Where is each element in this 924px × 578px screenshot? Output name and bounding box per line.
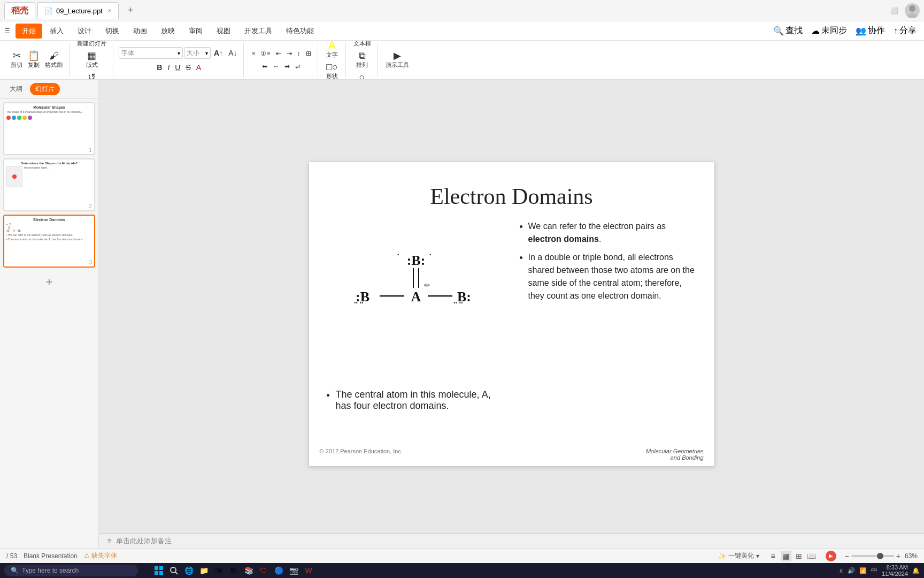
indent-increase-btn[interactable]: ⇥ xyxy=(284,49,294,58)
slide-thumb-2[interactable]: Determines the Shape of a Molecule? elec… xyxy=(3,158,95,211)
footer-right: Molecular Geometries and Bonding xyxy=(646,448,704,461)
tab-transition[interactable]: 切换 xyxy=(99,23,126,39)
share-btn[interactable]: ↑ 分享 xyxy=(890,24,920,38)
zoom-control: − + 63% xyxy=(845,552,918,560)
search-toolbar-btn[interactable]: 🔍 查找 xyxy=(770,24,806,38)
format-painter-btn[interactable]: 🖌 格式刷 xyxy=(43,50,65,70)
layout-btn[interactable]: ▦ 版式 xyxy=(84,50,100,70)
sync-icon: ☁ xyxy=(811,26,820,36)
app-icon: 稻壳 xyxy=(11,5,28,17)
ppt-tools-group: ▶ 演示工具 xyxy=(379,43,415,77)
tab-slideshow[interactable]: 放映 xyxy=(155,23,181,39)
doc-tab[interactable]: 📄 09_Lecture.ppt × xyxy=(37,2,119,19)
reading-view-btn[interactable]: 📖 xyxy=(806,551,817,561)
taskbar-lang-icon[interactable]: 中 xyxy=(871,566,877,575)
line-spacing-btn[interactable]: ↕ xyxy=(295,49,303,58)
taskbar-chevron-icon[interactable]: ∧ xyxy=(839,567,843,574)
slide-thumb-3[interactable]: Electron Domains • :B: || :B—A—B: • We c… xyxy=(3,215,95,268)
numbering-btn[interactable]: ①≡ xyxy=(258,49,272,58)
taskbar-mail-btn[interactable]: ✉ xyxy=(228,565,240,576)
taskbar-chrome-btn[interactable]: 🔵 xyxy=(273,565,284,576)
add-slide-btn[interactable]: + xyxy=(0,271,98,293)
tab-view[interactable]: 视图 xyxy=(210,23,237,39)
tab-start[interactable]: 开始 xyxy=(16,24,42,39)
font-increase-btn[interactable]: A↑ xyxy=(212,48,225,58)
underline-btn[interactable]: U xyxy=(173,62,182,73)
taskbar-app7-btn[interactable]: 🛡 xyxy=(258,565,270,576)
slides-tab[interactable]: 幻灯片 xyxy=(30,83,60,95)
bold-btn[interactable]: B xyxy=(155,62,164,73)
tab-special[interactable]: 特色功能 xyxy=(280,23,320,39)
taskbar-volume-icon[interactable]: 🔊 xyxy=(848,567,855,574)
copy-btn[interactable]: 📋 复制 xyxy=(26,50,42,70)
font-name-selector[interactable]: 字体 ▾ xyxy=(119,47,183,59)
align-left-btn[interactable]: ⬅ xyxy=(260,62,270,71)
slide-content: :B: :B A B: xyxy=(309,209,714,454)
bullets-btn[interactable]: ≡ xyxy=(249,49,257,58)
indent-decrease-btn[interactable]: ⇤ xyxy=(274,49,283,58)
tab-design[interactable]: 设计 xyxy=(71,23,98,39)
taskbar-windows-btn[interactable] xyxy=(153,565,165,576)
taskbar-search-btn[interactable] xyxy=(168,565,180,576)
font-decrease-btn[interactable]: A↓ xyxy=(226,48,239,58)
app-tab[interactable]: 稻壳 xyxy=(4,2,35,19)
taskbar-edge-btn[interactable]: 🌐 xyxy=(183,565,195,576)
tab-review[interactable]: 审阅 xyxy=(182,23,209,39)
taskbar-date: 11/4/2024 xyxy=(882,571,908,577)
reset-btn[interactable]: ↺ 重置 xyxy=(84,71,100,79)
slide-thumb-1[interactable]: Molecular Shapes The shape of a molecule… xyxy=(3,102,95,155)
text-box-btn[interactable]: T 文本框 xyxy=(351,41,373,49)
tab-animation[interactable]: 动画 xyxy=(127,23,153,39)
presentation-name: Blank Presentation xyxy=(24,552,78,560)
user-avatar[interactable] xyxy=(905,3,920,18)
italic-btn[interactable]: I xyxy=(165,62,172,73)
taskbar-zoom-btn[interactable]: 📷 xyxy=(288,565,299,576)
restore-btn[interactable]: ⬜ xyxy=(888,4,900,17)
font-size-selector[interactable]: 大小 ▾ xyxy=(184,47,211,59)
beautify-btn[interactable]: ✨ 一键美化 ▾ xyxy=(718,551,759,560)
zoom-slider[interactable] xyxy=(851,555,894,557)
cut-btn[interactable]: ✂ 剪切 xyxy=(9,50,25,70)
strikethrough-btn[interactable]: S xyxy=(183,62,192,73)
svg-line-20 xyxy=(175,572,178,574)
outline-tab[interactable]: 大纲 xyxy=(4,83,28,95)
add-tab-btn[interactable]: + xyxy=(123,3,138,18)
arrange-btn[interactable]: ⧉ 排列 xyxy=(354,50,370,70)
new-slide-btn[interactable]: 📄 新建幻灯片 xyxy=(75,41,109,49)
note-bar[interactable]: ≡ 单击此处添加备注 xyxy=(99,533,924,548)
taskbar-notifications-icon[interactable]: 🔔 xyxy=(912,567,920,574)
text-highlight-btn[interactable]: A 文字 xyxy=(324,41,340,60)
play-btn[interactable]: ▶ xyxy=(826,551,836,561)
tab-developer[interactable]: 开发工具 xyxy=(238,23,279,39)
highlight-icon: A xyxy=(328,41,335,50)
outline-view-btn[interactable]: ≡ xyxy=(768,551,779,561)
taskbar-network-icon[interactable]: 📶 xyxy=(859,567,867,574)
share-label: 分享 xyxy=(899,25,917,36)
collapse-btn[interactable]: ☰ xyxy=(4,27,10,35)
taskbar-store-btn[interactable]: 🛍 xyxy=(213,565,225,576)
tab-insert[interactable]: 插入 xyxy=(43,23,70,39)
taskbar-wps-btn[interactable]: W xyxy=(303,565,314,576)
font-color-btn[interactable]: A xyxy=(194,62,203,73)
taskbar-app6-btn[interactable]: 📚 xyxy=(243,565,255,576)
taskbar-clock[interactable]: 8:33 AM 11/4/2024 xyxy=(882,564,908,577)
justify-btn[interactable]: ⇌ xyxy=(293,62,303,71)
zoom-in-btn[interactable]: + xyxy=(896,552,900,560)
normal-view-btn[interactable]: ▦ xyxy=(781,551,791,561)
slide-container[interactable]: Electron Domains :B: :B xyxy=(309,162,715,467)
sync-btn[interactable]: ☁ 未同步 xyxy=(808,24,850,38)
zoom-out-btn[interactable]: − xyxy=(845,552,849,560)
arrange-icon: ⧉ xyxy=(359,51,366,60)
ppt-tools-btn[interactable]: ▶ 演示工具 xyxy=(383,50,411,70)
beautify-icon: ✨ xyxy=(718,552,726,560)
shapes-btn[interactable]: □○ 形状 xyxy=(324,61,340,79)
grid-view-btn[interactable]: ⊞ xyxy=(794,551,804,561)
columns-btn[interactable]: ⊞ xyxy=(304,49,313,58)
tab-close-btn[interactable]: × xyxy=(108,7,112,14)
align-center-btn[interactable]: ↔ xyxy=(271,62,281,71)
align-right-btn[interactable]: ➡ xyxy=(282,62,292,71)
collab-btn[interactable]: 👥 协作 xyxy=(852,24,888,38)
taskbar-folder-btn[interactable]: 📁 xyxy=(198,565,210,576)
taskbar-search[interactable]: 🔍 Type here to search xyxy=(4,565,138,576)
outline-btn[interactable]: ○ 轮廓 xyxy=(354,71,370,79)
